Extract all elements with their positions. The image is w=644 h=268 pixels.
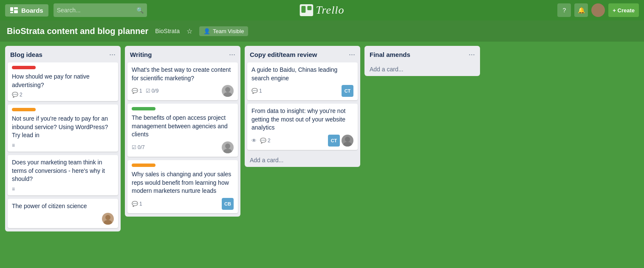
card-footer-right — [222, 85, 234, 97]
star-icon[interactable]: ☆ — [186, 27, 192, 35]
comment-icon: 💬 — [12, 92, 18, 98]
card-text: A guide to Baidu, Chinas leading search … — [251, 66, 353, 82]
trello-wordmark: Trello — [316, 4, 344, 17]
card-w1[interactable]: What's the best way to create content fo… — [127, 62, 238, 100]
comment-icon: 💬 — [251, 88, 258, 94]
card-c4[interactable]: The power of citizen science — [8, 199, 118, 229]
board-content: Blog ideas ··· How should we pay for nat… — [0, 42, 644, 236]
card-footer-left: 💬 1☑ 0/9 — [132, 88, 217, 94]
svg-point-13 — [345, 137, 350, 142]
card-w3[interactable]: Why sales is changing and your sales rep… — [127, 160, 238, 213]
list-cards: What's the best way to create content fo… — [125, 62, 240, 217]
visibility-label: Team Visible — [213, 28, 244, 34]
list-menu-icon[interactable]: ··· — [229, 50, 235, 59]
add-card-button[interactable]: Add a card... — [364, 62, 480, 76]
list-copy-edit: Copy edit/team review ··· A guide to Bai… — [245, 46, 360, 167]
card-text: What's the best way to create content fo… — [132, 66, 234, 82]
boards-button[interactable]: Boards — [5, 4, 48, 17]
avatar-initials: CT — [328, 135, 340, 147]
visibility-icon: 👤 — [203, 28, 210, 34]
svg-rect-2 — [10, 12, 13, 13]
list-cards: How should we pay for native advertising… — [5, 62, 121, 231]
board-org[interactable]: BioStrata — [155, 28, 180, 34]
svg-rect-6 — [307, 6, 311, 10]
card-footer-right: CT — [328, 135, 353, 147]
list-cards: A guide to Baidu, Chinas leading search … — [245, 62, 360, 153]
card-label — [12, 66, 36, 69]
card-text: The power of citizen science — [12, 202, 114, 211]
list-header: Blog ideas ··· — [5, 46, 121, 62]
card-w2[interactable]: The benefits of open access project mana… — [127, 104, 238, 157]
search-bar[interactable]: 🔍 — [54, 3, 147, 17]
comment-icon: 💬 — [132, 88, 138, 94]
list-title: Final amends — [370, 51, 410, 58]
list-header: Copy edit/team review ··· — [245, 46, 360, 62]
card-c3[interactable]: Does your marketing team think in terms … — [8, 155, 118, 195]
list-menu-icon[interactable]: ··· — [109, 50, 116, 59]
card-footer-left: ≡ — [12, 186, 110, 192]
avatar — [222, 141, 234, 153]
watch-badge: 👁 — [251, 138, 257, 144]
card-c2[interactable]: Not sure if you're ready to pay for an i… — [8, 104, 118, 152]
list-writing: Writing ··· What's the best way to creat… — [125, 46, 240, 217]
card-ce1[interactable]: A guide to Baidu, Chinas leading search … — [247, 62, 358, 100]
create-button[interactable]: + Create — [608, 3, 639, 17]
card-footer-right: CB — [222, 198, 234, 210]
card-footer-left: 💬 1 — [251, 88, 337, 94]
description-badge: ≡ — [12, 142, 15, 148]
board-title: BioStrata content and blog planner — [7, 26, 148, 36]
trello-logo-icon — [299, 4, 313, 16]
description-icon: ≡ — [12, 142, 15, 148]
list-final-amends: Final amends ··· Add a card... — [364, 46, 480, 76]
nav-right: ? 🔔 + Create — [557, 3, 639, 17]
top-nav: Boards 🔍 Trello ? 🔔 + Create — [0, 0, 644, 20]
svg-point-8 — [104, 220, 112, 225]
notification-button[interactable]: 🔔 — [574, 3, 588, 17]
svg-rect-3 — [14, 10, 18, 13]
svg-rect-5 — [301, 6, 305, 13]
description-badge: ≡ — [12, 186, 15, 192]
board-icon — [10, 7, 18, 13]
card-footer-left: ≡ — [12, 142, 110, 148]
card-footer — [12, 213, 114, 225]
card-footer-right — [222, 141, 234, 153]
svg-point-12 — [223, 149, 232, 153]
checklist-badge: ☑ 0/9 — [146, 88, 159, 94]
add-card-button[interactable]: Add a card... — [245, 153, 360, 167]
card-footer: 👁💬 2CT — [251, 135, 353, 147]
visibility-button[interactable]: 👤 Team Visible — [199, 26, 248, 36]
svg-point-7 — [105, 215, 110, 220]
svg-point-14 — [343, 142, 352, 147]
card-footer-left: 💬 1 — [132, 201, 217, 207]
card-footer-left: ☑ 0/7 — [132, 144, 217, 150]
user-avatar[interactable] — [591, 3, 605, 17]
svg-point-11 — [225, 144, 230, 149]
avatar — [342, 135, 353, 147]
svg-point-10 — [223, 92, 232, 97]
info-button[interactable]: ? — [557, 3, 571, 17]
card-text: Why sales is changing and your sales rep… — [132, 170, 234, 195]
comment-badge: 💬 2 — [260, 138, 271, 144]
list-header: Writing ··· — [125, 46, 240, 62]
list-title: Writing — [130, 51, 152, 58]
avatar — [102, 213, 114, 225]
card-footer: 💬 2 — [12, 92, 114, 98]
boards-label: Boards — [21, 7, 43, 14]
checklist-icon: ☑ — [132, 144, 136, 150]
card-footer: ≡ — [12, 186, 114, 192]
search-icon: 🔍 — [136, 7, 144, 14]
card-c1[interactable]: How should we pay for native advertising… — [8, 62, 118, 101]
card-footer: 💬 1☑ 0/9 — [132, 85, 234, 97]
avatar-initials: CB — [222, 198, 234, 210]
card-footer: ≡ — [12, 142, 114, 148]
list-blog-ideas: Blog ideas ··· How should we pay for nat… — [5, 46, 121, 231]
comment-badge: 💬 1 — [251, 88, 262, 94]
svg-point-9 — [225, 87, 230, 92]
card-footer-left: 💬 2 — [12, 92, 110, 98]
search-input[interactable] — [57, 7, 134, 14]
svg-rect-1 — [14, 7, 18, 9]
card-ce2[interactable]: From data to insight: why you're not get… — [247, 104, 358, 150]
card-footer-right: CT — [342, 85, 353, 97]
list-menu-icon[interactable]: ··· — [349, 50, 355, 59]
list-menu-icon[interactable]: ··· — [469, 50, 475, 59]
